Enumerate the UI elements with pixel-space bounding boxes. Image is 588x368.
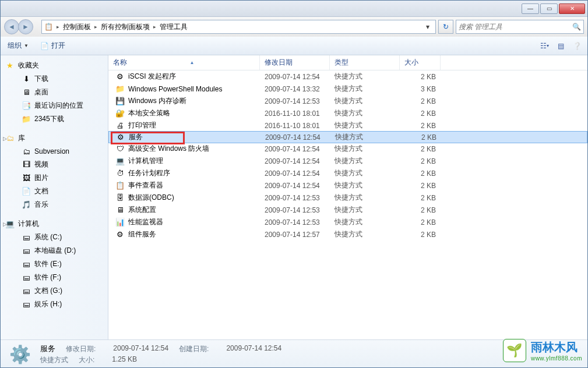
file-type: 快捷方式 bbox=[330, 72, 400, 82]
watermark-url: www.ylmf888.com bbox=[531, 355, 582, 362]
favorites-header[interactable]: ★ 收藏夹 bbox=[1, 59, 108, 72]
sidebar-item-favorite[interactable]: 📑最近访问的位置 bbox=[1, 99, 108, 112]
libraries-header[interactable]: ▷ 🗂 库 bbox=[1, 132, 108, 145]
column-size[interactable]: 大小 bbox=[400, 55, 441, 70]
file-name: 高级安全 Windows 防火墙 bbox=[128, 144, 209, 154]
control-panel-icon: 📋 bbox=[44, 23, 53, 31]
help-button[interactable]: ❔ bbox=[571, 40, 583, 52]
tree-label: 计算机 bbox=[18, 219, 39, 229]
file-row[interactable]: 🖨打印管理 2016-11-10 18:01 快捷方式 2 KB bbox=[108, 119, 587, 132]
sidebar-item-library[interactable]: 🎞视频 bbox=[1, 158, 108, 171]
chevron-right-icon[interactable]: ▸ bbox=[94, 24, 97, 30]
details-create-label: 创建日期: bbox=[179, 344, 209, 354]
file-type: 快捷方式 bbox=[330, 84, 400, 94]
file-type: 快捷方式 bbox=[330, 96, 400, 106]
file-size: 2 KB bbox=[400, 73, 441, 81]
file-row[interactable]: 🛡高级安全 Windows 防火墙 2009-07-14 12:54 快捷方式 … bbox=[108, 143, 587, 155]
file-row[interactable]: 🗄数据源(ODBC) 2009-07-14 12:53 快捷方式 2 KB bbox=[108, 192, 587, 204]
refresh-button[interactable]: ↻ bbox=[438, 20, 453, 34]
sidebar-item-drive[interactable]: 🖴文档 (G:) bbox=[1, 284, 108, 298]
toolbar: 组织▼ 📄打开 ☷ ▾ ▤ ❔ bbox=[1, 37, 587, 55]
tree-item-icon: 🖥 bbox=[22, 88, 31, 97]
file-list-area: 名称▲ 修改日期 类型 大小 ⚙iSCSI 发起程序 2009-07-14 12… bbox=[108, 55, 587, 339]
chevron-right-icon[interactable]: ▷ bbox=[3, 221, 7, 227]
navigation-pane: ★ 收藏夹 ⬇下载🖥桌面📑最近访问的位置📁2345下载 ▷ 🗂 库 🗂Subve… bbox=[1, 55, 108, 339]
forward-button[interactable]: ► bbox=[18, 19, 33, 34]
column-name[interactable]: 名称▲ bbox=[108, 55, 260, 70]
address-dropdown-icon[interactable]: ▾ bbox=[422, 23, 433, 31]
sidebar-item-library[interactable]: 🖼图片 bbox=[1, 171, 108, 185]
sidebar-item-favorite[interactable]: ⬇下载 bbox=[1, 72, 108, 86]
open-button[interactable]: 📄打开 bbox=[38, 40, 68, 52]
close-button[interactable]: ✕ bbox=[559, 3, 585, 14]
file-icon: 💻 bbox=[115, 157, 125, 166]
view-options-button[interactable]: ☷ ▾ bbox=[538, 40, 550, 52]
file-row[interactable]: 🖥系统配置 2009-07-14 12:53 快捷方式 2 KB bbox=[108, 204, 587, 216]
file-row[interactable]: 📊性能监视器 2009-07-14 12:53 快捷方式 2 KB bbox=[108, 216, 587, 228]
file-type: 快捷方式 bbox=[330, 168, 400, 178]
tree-item-label: 2345下载 bbox=[34, 114, 64, 124]
sidebar-item-drive[interactable]: 🖴系统 (C:) bbox=[1, 231, 108, 244]
sidebar-item-drive[interactable]: 🖴软件 (F:) bbox=[1, 271, 108, 284]
search-icon[interactable]: 🔍 bbox=[572, 23, 581, 31]
file-size: 2 KB bbox=[400, 122, 441, 130]
file-size: 2 KB bbox=[400, 109, 441, 118]
sidebar-item-library[interactable]: 🗂Subversion bbox=[1, 145, 108, 158]
sidebar-item-favorite[interactable]: 📁2345下载 bbox=[1, 112, 108, 126]
chevron-right-icon[interactable]: ▸ bbox=[153, 24, 156, 30]
details-size-label: 大小: bbox=[79, 355, 94, 365]
sidebar-item-favorite[interactable]: 🖥桌面 bbox=[1, 86, 108, 99]
sidebar-item-drive[interactable]: 🖴娱乐 (H:) bbox=[1, 298, 108, 311]
breadcrumb-seg-1[interactable]: 所有控制面板项 bbox=[101, 22, 150, 32]
search-box[interactable]: 🔍 bbox=[456, 20, 584, 34]
file-type: 快捷方式 bbox=[330, 229, 400, 239]
file-row[interactable]: 💻计算机管理 2009-07-14 12:54 快捷方式 2 KB bbox=[108, 155, 587, 167]
sidebar-item-library[interactable]: 🎵音乐 bbox=[1, 198, 108, 211]
file-name: 任务计划程序 bbox=[128, 168, 170, 178]
file-row[interactable]: 📋事件查看器 2009-07-14 12:54 快捷方式 2 KB bbox=[108, 179, 587, 192]
search-input[interactable] bbox=[459, 23, 570, 31]
file-date: 2009-07-14 12:54 bbox=[260, 182, 330, 190]
file-row[interactable]: 🔐本地安全策略 2016-11-10 18:01 快捷方式 2 KB bbox=[108, 107, 587, 119]
file-name: 数据源(ODBC) bbox=[128, 193, 174, 203]
file-date: 2009-07-14 12:54 bbox=[260, 133, 330, 141]
column-type[interactable]: 类型 bbox=[330, 55, 400, 70]
computer-header[interactable]: ▷ 💻 计算机 bbox=[1, 217, 108, 231]
file-date: 2009-07-14 12:53 bbox=[260, 206, 330, 214]
chevron-right-icon[interactable]: ▷ bbox=[3, 136, 7, 141]
tree-item-label: 下载 bbox=[34, 74, 48, 84]
tree-item-label: 视频 bbox=[34, 160, 48, 169]
organize-button[interactable]: 组织▼ bbox=[5, 40, 31, 52]
tree-item-label: 系统 (C:) bbox=[34, 232, 62, 242]
tree-item-icon: 📑 bbox=[22, 101, 31, 111]
file-icon: ⚙ bbox=[116, 133, 125, 142]
details-create-value: 2009-07-14 12:54 bbox=[226, 344, 281, 354]
breadcrumb-seg-2[interactable]: 管理工具 bbox=[160, 22, 188, 32]
address-bar[interactable]: 📋 ▸ 控制面板 ▸ 所有控制面板项 ▸ 管理工具 ▾ bbox=[41, 20, 436, 34]
minimize-button[interactable]: — bbox=[522, 3, 539, 14]
file-type: 快捷方式 bbox=[330, 108, 400, 118]
tree-item-icon: 🖴 bbox=[22, 300, 31, 309]
chevron-right-icon[interactable]: ▸ bbox=[57, 24, 59, 30]
preview-pane-button[interactable]: ▤ bbox=[555, 40, 566, 52]
file-row[interactable]: ⚙组件服务 2009-07-14 12:57 快捷方式 2 KB bbox=[108, 228, 587, 240]
sidebar-item-drive[interactable]: 🖴软件 (E:) bbox=[1, 257, 108, 271]
tree-item-label: 音乐 bbox=[34, 200, 48, 210]
back-button[interactable]: ◄ bbox=[4, 19, 19, 34]
sidebar-item-drive[interactable]: 🖴本地磁盘 (D:) bbox=[1, 244, 108, 257]
tree-item-icon: 📄 bbox=[22, 187, 31, 196]
file-row[interactable]: ⏱任务计划程序 2009-07-14 12:54 快捷方式 2 KB bbox=[108, 167, 587, 179]
file-date: 2009-07-14 12:53 bbox=[260, 194, 330, 202]
column-date[interactable]: 修改日期 bbox=[260, 55, 330, 70]
file-row[interactable]: ⚙服务 2009-07-14 12:54 快捷方式 2 KB bbox=[108, 131, 587, 143]
tree-item-label: 本地磁盘 (D:) bbox=[34, 246, 76, 256]
maximize-button[interactable]: ▭ bbox=[540, 3, 558, 14]
details-size-value: 1.25 KB bbox=[112, 355, 137, 365]
sort-indicator-icon: ▲ bbox=[190, 60, 195, 65]
file-row[interactable]: 💾Windows 内存诊断 2009-07-14 12:53 快捷方式 2 KB bbox=[108, 95, 587, 107]
file-row[interactable]: 📁Windows PowerShell Modules 2009-07-14 1… bbox=[108, 83, 587, 95]
breadcrumb-seg-0[interactable]: 控制面板 bbox=[63, 22, 91, 32]
file-icon: ⚙ bbox=[115, 230, 125, 239]
sidebar-item-library[interactable]: 📄文档 bbox=[1, 185, 108, 198]
file-row[interactable]: ⚙iSCSI 发起程序 2009-07-14 12:54 快捷方式 2 KB bbox=[108, 70, 587, 83]
